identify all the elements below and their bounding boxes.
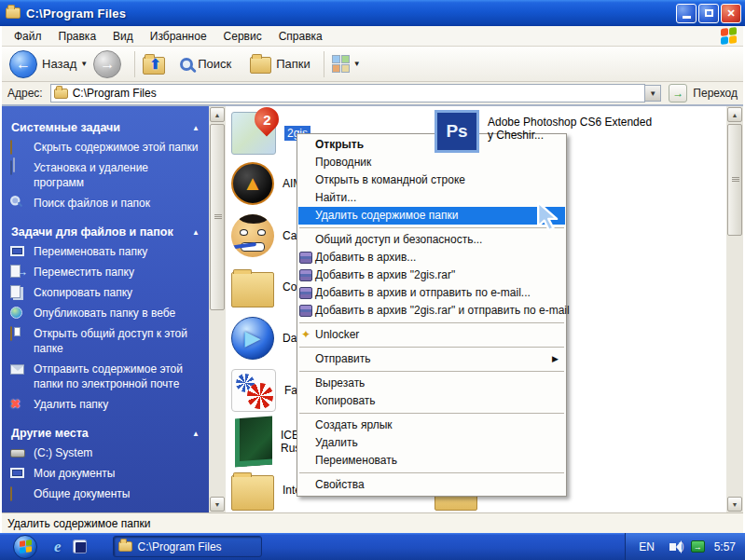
internet-explorer-icon[interactable]: e [54,538,62,556]
minimize-button[interactable] [676,4,697,23]
context-item-cut[interactable]: Вырезать [297,375,566,392]
context-item-unlocker[interactable]: ✦ Unlocker [297,326,566,344]
context-item-create-shortcut[interactable]: Создать ярлык [297,417,566,434]
context-item-explorer[interactable]: Проводник [297,154,566,171]
windows-logo-icon [721,27,738,46]
scroll-up-icon[interactable]: ▲ [210,107,225,122]
scroll-down-icon[interactable]: ▼ [727,497,742,512]
views-button[interactable]: ▼ [332,55,361,73]
section-other-places[interactable]: Другие места ▲ [2,425,209,442]
collapse-icon[interactable]: ▲ [192,228,200,237]
mail-icon [10,362,26,376]
file-aimp[interactable]: ▲ AIM [231,162,302,205]
taskbar-button-program-files[interactable]: C:\Program Files [113,536,262,557]
taskpane-scrollbar[interactable]: ▲ ▼ [209,106,226,512]
context-item-delete[interactable]: Удалить [297,434,566,452]
sidebar-item-publish-web[interactable]: Опубликовать папку в вебе [2,304,209,322]
address-folder-icon [54,89,68,99]
sidebar-item-email-contents[interactable]: Отправить содержимое этой папки по элект… [2,360,209,393]
sidebar-item-move-folder[interactable]: → Переместить папку [2,263,209,281]
folder-hide-icon [10,140,26,154]
sidebar-item-search-files[interactable]: Поиск файлов и папок [2,194,209,212]
sidebar-item-hide-contents[interactable]: Скрыть содержимое этой папки [2,138,209,157]
status-text: Удалить содержимое папки [7,517,150,530]
section-file-folder-tasks[interactable]: Задачи для файлов и папок ▲ [2,224,209,240]
close-button[interactable]: ✕ [721,4,741,23]
tray-device-icon[interactable]: → [691,540,705,553]
collapse-icon[interactable]: ▲ [192,430,200,438]
scrollbar-thumb[interactable] [727,124,742,236]
content-scrollbar[interactable]: ▲ ▼ [726,106,743,512]
clock[interactable]: 5:57 [714,540,736,553]
context-item-open-cmd[interactable]: Открыть в командной строке [297,171,566,189]
search-label: Поиск [198,57,231,71]
views-icon [332,55,350,73]
menu-file[interactable]: Файл [6,27,50,46]
back-label: Назад [42,57,76,71]
address-dropdown-button[interactable]: ▼ [645,85,661,102]
file-ice-book-reader[interactable]: ICE Rus [231,417,300,466]
add-remove-programs-icon [10,160,26,174]
quick-launch-app-icon[interactable] [73,540,87,553]
restore-button[interactable] [698,4,719,23]
views-dropdown-icon[interactable]: ▼ [353,60,361,68]
submenu-arrow-icon: ▶ [552,350,559,368]
file-daemon-tools[interactable]: ▶ Dae [231,317,303,360]
winrar-icon [299,287,312,299]
context-item-copy[interactable]: Копировать [297,392,566,410]
search-button[interactable]: Поиск [180,57,231,71]
back-dropdown-icon[interactable]: ▼ [80,60,88,68]
start-button[interactable] [13,535,37,559]
menu-view[interactable]: Вид [104,27,142,46]
collapse-icon[interactable]: ▲ [192,124,200,132]
sidebar-item-my-documents[interactable]: Мои документы [2,464,209,483]
delete-icon: ✖ [10,397,26,411]
scroll-down-icon[interactable]: ▼ [210,497,225,512]
menu-separator [299,413,564,414]
up-button[interactable]: ⬆ [143,54,165,75]
context-item-find[interactable]: Найти... [297,189,566,207]
context-item-send-to[interactable]: Отправить ▶ [297,350,566,368]
winrar-icon [299,305,312,317]
up-folder-icon: ⬆ [143,57,165,75]
file-faststone[interactable]: Fas [231,369,303,412]
sidebar-item-label: Общие документы [34,487,130,500]
context-item-add-to-archive-named[interactable]: Добавить в архив "2gis.rar" [297,266,566,284]
context-item-label: Добавить в архив "2gis.rar" и отправить … [315,304,570,317]
context-item-sharing-security[interactable]: Общий доступ и безопасность... [297,231,566,249]
sidebar-item-label: Открыть общий доступ к этой папке [34,327,187,355]
sidebar-item-shared-documents[interactable]: Общие документы [2,485,209,503]
volume-icon[interactable] [669,543,676,551]
address-input[interactable]: C:\Program Files [50,84,646,102]
context-item-rename[interactable]: Переименовать [297,452,566,470]
forward-button[interactable]: → [93,50,121,78]
context-item-archive-email[interactable]: Добавить в архив и отправить по e-mail..… [297,284,566,302]
scrollbar-thumb[interactable] [210,124,225,310]
context-item-add-to-archive[interactable]: Добавить в архив... [297,249,566,266]
context-item-archive-named-email[interactable]: Добавить в архив "2gis.rar" и отправить … [297,302,566,320]
sidebar-item-share-folder[interactable]: Открыть общий доступ к этой папке [2,324,209,358]
context-item-properties[interactable]: Свойства [297,476,566,494]
sidebar-item-add-remove-programs[interactable]: Установка и удаление программ [2,158,209,192]
scroll-up-icon[interactable]: ▲ [727,107,742,122]
go-button[interactable]: → Переход [669,84,738,102]
file-cartoon[interactable]: Car [231,214,300,257]
section-system-tasks[interactable]: Системные задачи ▲ [2,119,209,136]
sidebar-item-c-system[interactable]: (C:) System [2,444,209,462]
windows-flag-icon [20,540,32,553]
sidebar-item-label: Отправить содержимое этой папки по элект… [34,362,183,390]
language-indicator[interactable]: EN [639,540,655,553]
context-item-delete-folder-contents[interactable]: Удалить содержимое папки [298,207,565,225]
menu-edit[interactable]: Правка [50,27,105,46]
back-button[interactable]: ← Назад ▼ [9,50,88,78]
menu-favorites[interactable]: Избранное [142,27,215,46]
sidebar-item-copy-folder[interactable]: Скопировать папку [2,283,209,302]
menu-tools[interactable]: Сервис [215,27,270,46]
sidebar-item-delete-folder[interactable]: ✖ Удалить папку [2,395,209,414]
file-common-folder[interactable]: Cor [231,266,300,307]
sidebar-item-rename-folder[interactable]: Переименовать папку [2,242,209,261]
file-adobe-photoshop[interactable]: Ps Adobe Photoshop CS6 Extended y Cheshi… [435,110,652,153]
book-icon [235,417,272,468]
folders-button[interactable]: Папки [250,54,310,74]
menu-help[interactable]: Справка [270,27,331,46]
